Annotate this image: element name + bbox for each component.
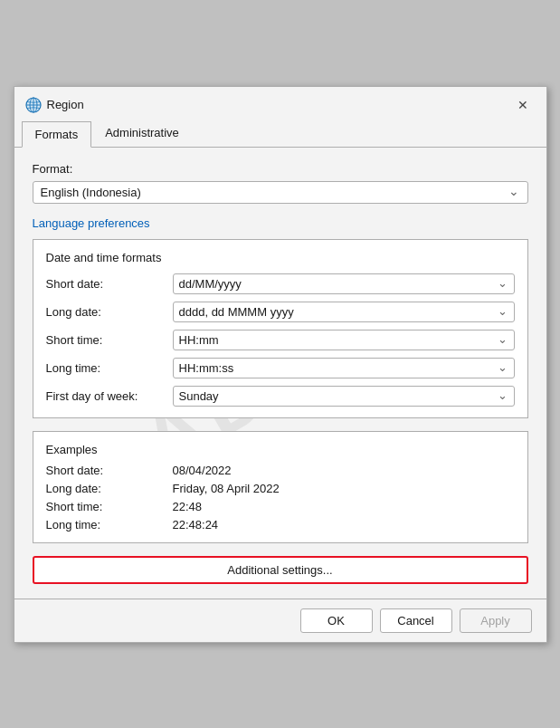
dialog-title: Region (47, 98, 510, 111)
close-button[interactable]: ✕ (510, 94, 536, 116)
first-day-label: First day of week: (46, 389, 173, 403)
long-date-label: Long date: (46, 305, 173, 319)
format-row-short-date: Short date: dd/MM/yyyy (46, 273, 515, 294)
formats-content: Format: English (Indonesia) Language pre… (14, 148, 546, 599)
cancel-button[interactable]: Cancel (380, 608, 452, 633)
example-short-time-label: Short time: (46, 500, 173, 513)
example-short-date-value: 08/04/2022 (173, 464, 232, 477)
examples-title: Examples (46, 443, 515, 456)
short-time-select-wrapper: HH:mm (173, 330, 515, 350)
format-row-long-date: Long date: dddd, dd MMMM yyyy (46, 302, 515, 322)
format-row-short-time: Short time: HH:mm (46, 330, 515, 350)
language-preferences-link[interactable]: Language preferences (33, 216, 150, 230)
short-time-label: Short time: (46, 333, 173, 347)
long-date-select-wrapper: dddd, dd MMMM yyyy (173, 302, 515, 322)
format-row-first-day: First day of week: Sunday (46, 386, 515, 407)
date-time-section-title: Date and time formats (46, 251, 515, 264)
example-long-date: Long date: Friday, 08 April 2022 (46, 482, 515, 495)
long-time-label: Long time: (46, 361, 173, 375)
example-long-time: Long time: 22:48:24 (46, 518, 515, 532)
long-time-select[interactable]: HH:mm:ss (173, 358, 515, 378)
tab-administrative[interactable]: Administrative (91, 120, 193, 148)
short-date-label: Short date: (46, 277, 173, 291)
svg-point-4 (26, 98, 41, 112)
long-date-select[interactable]: dddd, dd MMMM yyyy (173, 302, 515, 322)
example-long-date-label: Long date: (46, 482, 173, 495)
first-day-select[interactable]: Sunday (173, 386, 515, 407)
date-time-section: Date and time formats Short date: dd/MM/… (33, 239, 528, 418)
bottom-bar: OK Cancel Apply (14, 599, 546, 642)
example-short-date: Short date: 08/04/2022 (46, 464, 515, 477)
region-dialog: Region ✕ Formats Administrative Format: … (14, 86, 547, 643)
short-date-select-wrapper: dd/MM/yyyy (173, 273, 515, 294)
format-select-wrapper: English (Indonesia) (33, 181, 528, 204)
example-long-time-label: Long time: (46, 518, 173, 532)
additional-settings-button[interactable]: Additional settings... (33, 556, 528, 584)
format-label: Format: (33, 162, 528, 176)
globe-icon (25, 97, 42, 113)
example-short-time-value: 22:48 (173, 500, 203, 513)
tab-formats[interactable]: Formats (22, 121, 92, 148)
title-bar: Region ✕ (14, 87, 546, 120)
examples-section: Examples Short date: 08/04/2022 Long dat… (33, 431, 528, 543)
format-row-long-time: Long time: HH:mm:ss (46, 358, 515, 378)
example-long-date-value: Friday, 08 April 2022 (173, 482, 280, 495)
apply-button[interactable]: Apply (460, 608, 532, 633)
short-date-select[interactable]: dd/MM/yyyy (173, 273, 515, 294)
example-short-date-label: Short date: (46, 464, 173, 477)
format-select[interactable]: English (Indonesia) (33, 181, 528, 204)
example-long-time-value: 22:48:24 (173, 518, 219, 532)
first-day-select-wrapper: Sunday (173, 386, 515, 407)
tabs-bar: Formats Administrative (14, 120, 546, 148)
long-time-select-wrapper: HH:mm:ss (173, 358, 515, 378)
short-time-select[interactable]: HH:mm (173, 330, 515, 350)
ok-button[interactable]: OK (300, 608, 373, 633)
example-short-time: Short time: 22:48 (46, 500, 515, 513)
